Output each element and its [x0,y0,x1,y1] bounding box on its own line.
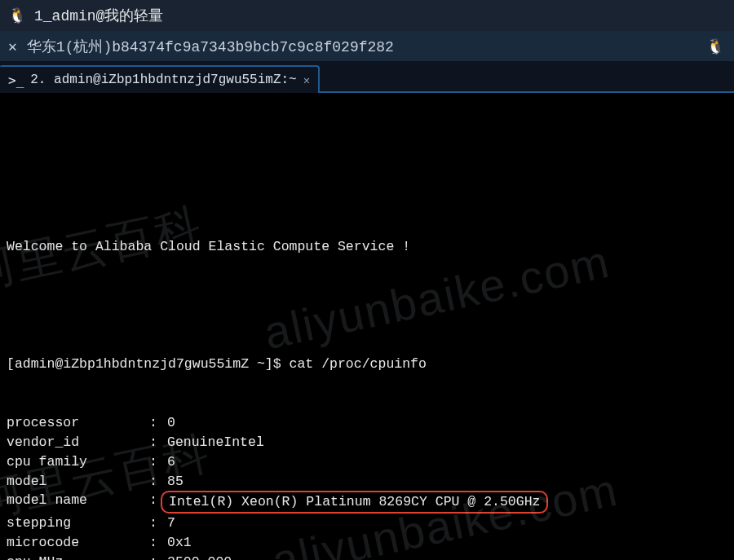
close-tab-icon[interactable]: ✕ [303,73,310,87]
cpuinfo-block: processor: 0vendor_id: GenuineIntelcpu f… [7,413,727,560]
cpuinfo-colon: : [149,433,167,452]
penguin-icon: 🐧 [706,37,724,55]
session-info-bar: ✕ 华东1(杭州)b84374fc9a7343b9bcb7c9c8f029f28… [0,31,734,64]
cpuinfo-colon: : [149,413,167,433]
cpuinfo-key: model [7,472,149,492]
window-title: 1_admin@我的轻量 [34,6,163,25]
cpuinfo-colon: : [149,533,167,553]
terminal-welcome-line: Welcome to Alibaba Cloud Elastic Compute… [7,237,727,257]
cpuinfo-key: microcode [7,533,149,553]
session-host-label: 华东1(杭州)b84374fc9a7343b9bcb7c9c8f029f282 [27,37,394,56]
tab-label: 2. admin@iZbp1hbdntnzjd7gwu55imZ:~ [30,73,296,87]
terminal-output[interactable]: 阿里云百科 aliyunbaike.com 阿里云百科 aliyunbaike.… [0,93,734,560]
tab-terminal[interactable]: >_ 2. admin@iZbp1hbdntnzjd7gwu55imZ:~ ✕ [0,65,320,93]
cpuinfo-row: cpu family: 6 [7,452,727,472]
close-session-icon[interactable]: ✕ [8,37,17,55]
cpuinfo-key: cpu family [7,452,149,472]
cpuinfo-row: cpu MHz: 2500.000 [7,553,727,560]
title-bar: 🐧 1_admin@我的轻量 [0,0,734,31]
cpuinfo-key: cpu MHz [7,553,149,560]
cpuinfo-key: vendor_id [7,433,149,452]
cpuinfo-colon: : [149,452,167,472]
cpuinfo-colon: : [149,553,167,560]
cpuinfo-key: model name [7,491,149,514]
cpuinfo-value: 0x1 [167,533,192,553]
cpuinfo-value: GenuineIntel [167,433,264,452]
cpuinfo-value: 0 [167,413,175,433]
cpuinfo-row: model: 85 [7,472,727,492]
terminal-prompt-icon: >_ [8,73,24,88]
cpuinfo-value: 6 [167,452,175,472]
cpuinfo-row: microcode: 0x1 [7,533,727,553]
tab-strip: >_ 2. admin@iZbp1hbdntnzjd7gwu55imZ:~ ✕ [0,64,734,93]
terminal-blank-line [7,296,727,315]
terminal-prompt-line: [admin@iZbp1hbdntnzjd7gwu55imZ ~]$ cat /… [7,355,727,374]
cpuinfo-value: Intel(R) Xeon(R) Platinum 8269CY CPU @ 2… [167,491,548,514]
cpuinfo-colon: : [149,514,167,533]
cpuinfo-value: 2500.000 [167,553,232,560]
cpuinfo-value: 7 [167,514,175,533]
cpuinfo-row: stepping: 7 [7,514,727,533]
penguin-icon: 🐧 [8,7,26,24]
cpuinfo-value: 85 [167,472,184,492]
cpuinfo-key: stepping [7,514,149,533]
cpuinfo-colon: : [149,472,167,492]
cpuinfo-row: vendor_id: GenuineIntel [7,433,727,452]
highlighted-value: Intel(R) Xeon(R) Platinum 8269CY CPU @ 2… [161,491,548,514]
cpuinfo-key: processor [7,413,149,433]
cpuinfo-row: model name: Intel(R) Xeon(R) Platinum 82… [7,491,727,514]
cpuinfo-row: processor: 0 [7,413,727,433]
